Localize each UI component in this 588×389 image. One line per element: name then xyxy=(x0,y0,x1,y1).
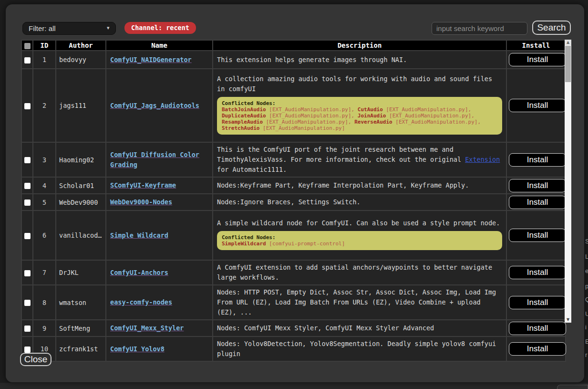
filter-dropdown-wrap: Filter: all ▾ xyxy=(22,22,116,35)
row-id: 3 xyxy=(33,143,55,177)
close-button[interactable]: Close xyxy=(20,353,52,366)
conflicted-nodes-box: Conflicted Nodes:BatchJoinAudio [EXT_Aud… xyxy=(217,97,502,135)
row-author: zcfrank1st xyxy=(56,337,105,361)
channel-badge[interactable]: Channel: recent xyxy=(124,22,196,34)
extension-name-link[interactable]: ComfyUI_Jags_Audiotools xyxy=(110,102,199,109)
row-id: 5 xyxy=(33,194,55,210)
background-menu-letter: p xyxy=(585,283,588,290)
row-id: 4 xyxy=(33,178,55,193)
filter-dropdown[interactable]: Filter: all xyxy=(22,22,116,35)
row-description: A simple wildcard node for ComfyUI. Can … xyxy=(213,211,506,260)
header-description: Description xyxy=(213,41,506,50)
extension-name-link[interactable]: ComfyUI-Anchors xyxy=(110,269,168,276)
background-menu-letter: i xyxy=(585,324,587,331)
row-id: 2 xyxy=(33,69,55,142)
row-description: This is the ComfyUI port of the joint re… xyxy=(213,143,506,177)
table-row: 2 jags111 ComfyUI_Jags_Audiotools A coll… xyxy=(22,69,565,142)
row-id: 9 xyxy=(33,320,55,336)
extension-name-link[interactable]: ComfyUI Diffusion Color Grading xyxy=(110,151,199,168)
conflicted-nodes-list: SimpleWildcard [comfyui-prompt-control] xyxy=(222,241,497,247)
header-author: Author xyxy=(56,41,105,50)
vertical-scrollbar[interactable]: ▲ ▼ xyxy=(565,40,571,323)
row-checkbox[interactable] xyxy=(24,347,31,353)
row-description: Nodes:Keyframe Part, Keyframe Interpolat… xyxy=(213,178,506,193)
install-button[interactable]: Install xyxy=(509,179,566,192)
row-description: Nodes:Ignore Braces, Settings Switch. xyxy=(213,194,506,210)
table-row: 4 Scholar01 SComfyUI-Keyframe Nodes:Keyf… xyxy=(22,178,565,193)
table-row: 6 vanillacode314 Simple Wildcard A simpl… xyxy=(22,211,565,260)
row-id: 8 xyxy=(33,285,55,319)
install-button[interactable]: Install xyxy=(509,196,566,209)
row-description: A collection amazing audio tools for wor… xyxy=(213,69,506,142)
extension-name-link[interactable]: ComfyUI Yolov8 xyxy=(110,345,165,353)
row-author: Haoming02 xyxy=(56,143,105,177)
row-id: 1 xyxy=(33,51,55,68)
conflicted-nodes-list: BatchJoinAudio [EXT_AudioManipulation.py… xyxy=(222,106,497,131)
header-id: ID xyxy=(33,41,55,50)
background-menu-letter: Q xyxy=(585,296,588,303)
description-text: This extension helps generate images thr… xyxy=(217,56,407,63)
extension-name-link[interactable]: SComfyUI-Keyframe xyxy=(110,181,176,189)
table-row: 10 zcfrank1st ComfyUI Yolov8 Nodes: Yolo… xyxy=(22,337,565,361)
row-checkbox[interactable] xyxy=(24,300,31,306)
table-row: 9 SoftMeng ComfyUI_Mexx_Styler Nodes: Co… xyxy=(22,320,565,336)
row-checkbox[interactable] xyxy=(24,183,31,189)
row-author: Scholar01 xyxy=(56,178,105,193)
description-link[interactable]: Extension xyxy=(465,156,500,163)
row-checkbox[interactable] xyxy=(24,157,31,163)
row-id: 6 xyxy=(33,211,55,260)
row-author: bedovyy xyxy=(56,51,105,68)
scroll-down-icon[interactable]: ▼ xyxy=(565,317,571,323)
table-row: 1 bedovyy ComfyUI_NAIDGenerator This ext… xyxy=(22,51,565,68)
description-text: A simple wildcard node for ComfyUI. Can … xyxy=(217,219,500,227)
extension-name-link[interactable]: ComfyUI_Mexx_Styler xyxy=(110,324,184,332)
extension-name-link[interactable]: WebDev9000-Nodes xyxy=(110,198,172,206)
row-checkbox[interactable] xyxy=(24,326,31,332)
row-description: This extension helps generate images thr… xyxy=(213,51,506,68)
search-input[interactable] xyxy=(432,22,527,35)
install-button[interactable]: Install xyxy=(509,296,566,309)
description-text: Nodes: HTTP POST, Empty Dict, Assoc Str,… xyxy=(217,288,496,316)
extension-name-link[interactable]: ComfyUI_NAIDGenerator xyxy=(110,56,192,63)
conflicted-nodes-title: Conflicted Nodes: xyxy=(222,234,497,241)
row-author: vanillacode314 xyxy=(56,211,105,260)
description-text: for Automatic1111. xyxy=(217,166,287,173)
install-button[interactable]: Install xyxy=(509,342,566,356)
header-name: Name xyxy=(106,41,212,50)
background-menu-fragment xyxy=(557,385,588,389)
row-author: WebDev9000 xyxy=(56,194,105,210)
install-button[interactable]: Install xyxy=(509,229,566,242)
install-button[interactable]: Install xyxy=(509,153,566,167)
search-button[interactable]: Search xyxy=(532,21,571,35)
description-text: This is the ComfyUI port of the joint re… xyxy=(217,146,465,163)
scroll-up-icon[interactable]: ▲ xyxy=(565,40,571,45)
extension-name-link[interactable]: Simple Wildcard xyxy=(110,231,168,239)
row-checkbox[interactable] xyxy=(24,270,31,276)
install-button[interactable]: Install xyxy=(509,99,566,112)
table-header-row: ID Author Name Description Install xyxy=(22,41,565,50)
row-checkbox[interactable] xyxy=(24,57,31,63)
scrollbar-thumb[interactable] xyxy=(565,46,571,82)
row-author: SoftMeng xyxy=(56,320,105,336)
row-checkbox[interactable] xyxy=(24,200,31,206)
row-description: Nodes: ComfyUI Mexx Styler, ComfyUI Mexx… xyxy=(213,320,506,336)
conflicted-nodes-title: Conflicted Nodes: xyxy=(222,100,497,106)
row-checkbox[interactable] xyxy=(24,233,31,239)
row-description: A ComfyUI extension to add spatial ancho… xyxy=(213,261,506,284)
background-menu-letter: S xyxy=(585,238,588,245)
background-menu-letter: L xyxy=(585,253,588,260)
select-all-checkbox[interactable] xyxy=(24,43,31,49)
background-menu-letter: U xyxy=(585,310,588,317)
extension-name-link[interactable]: easy-comfy-nodes xyxy=(110,298,172,306)
select-all-header xyxy=(22,41,32,50)
custom-nodes-install-dialog: Filter: all ▾ Channel: recent Search ID xyxy=(6,4,584,382)
table-row: 5 WebDev9000 WebDev9000-Nodes Nodes:Igno… xyxy=(22,194,565,210)
row-description: Nodes: Yolov8Detection, Yolov8Segmentati… xyxy=(213,337,506,361)
install-button[interactable]: Install xyxy=(509,322,566,335)
background-menu-letter: r xyxy=(585,351,587,358)
screen: SLepQUiEr Filter: all ▾ Channel: recent … xyxy=(0,0,588,389)
row-checkbox[interactable] xyxy=(24,103,31,109)
description-text: Nodes:Keyframe Part, Keyframe Interpolat… xyxy=(217,181,469,189)
install-button[interactable]: Install xyxy=(509,53,566,66)
install-button[interactable]: Install xyxy=(509,266,566,279)
